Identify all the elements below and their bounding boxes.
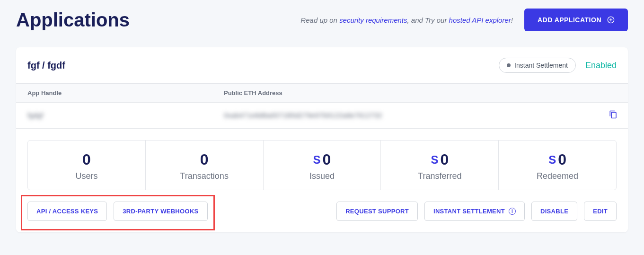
stat-transferred-value: 0 bbox=[440, 151, 449, 168]
col-app-handle: App Handle bbox=[27, 89, 224, 97]
stat-transactions-label: Transactions bbox=[150, 171, 258, 181]
stat-transferred: S0 Transferred bbox=[380, 140, 499, 190]
app-name: fgf / fgdf bbox=[27, 60, 65, 71]
actions-row: API / ACCESS KEYS 3RD-PARTY WEBHOOKS REQ… bbox=[16, 202, 628, 232]
table-row: fgdgf 0xab471e8d8a0071B5d279e97b9122a8e7… bbox=[16, 103, 628, 129]
stat-issued-label: Issued bbox=[268, 171, 376, 181]
stat-redeemed-label: Redeemed bbox=[503, 171, 611, 181]
header-help-text: Read up on security requirements, and Tr… bbox=[300, 16, 513, 24]
eth-address-value: 0xab471e8d8a0071B5d279e97b9122a8e7612732 bbox=[224, 111, 382, 119]
instant-settlement-button[interactable]: INSTANT SETTLEMENT i bbox=[424, 202, 525, 221]
status-dot-icon bbox=[507, 63, 511, 67]
stat-transactions: 0 Transactions bbox=[145, 140, 264, 190]
stat-users-value: 0 bbox=[82, 151, 91, 168]
col-eth-address: Public ETH Address bbox=[224, 89, 617, 97]
stat-issued: S0 Issued bbox=[263, 140, 381, 190]
app-handle-value: fgdgf bbox=[27, 111, 43, 119]
table-header: App Handle Public ETH Address bbox=[16, 84, 628, 103]
instant-settlement-pill[interactable]: Instant Settlement bbox=[499, 58, 576, 73]
security-requirements-link[interactable]: security requirements bbox=[339, 16, 407, 24]
stat-transactions-value: 0 bbox=[200, 151, 209, 168]
request-support-button[interactable]: REQUEST SUPPORT bbox=[336, 202, 418, 221]
api-explorer-link[interactable]: hosted API explorer bbox=[449, 16, 511, 24]
application-card: fgf / fgdf Instant Settlement Enabled Ap… bbox=[16, 47, 628, 232]
stat-users: 0 Users bbox=[27, 140, 146, 190]
copy-icon[interactable] bbox=[609, 110, 618, 121]
edit-button[interactable]: EDIT bbox=[584, 202, 617, 221]
info-icon: i bbox=[509, 208, 516, 215]
header-suffix: ! bbox=[511, 16, 513, 24]
stat-transferred-label: Transferred bbox=[386, 171, 494, 181]
disable-button[interactable]: DISABLE bbox=[531, 202, 577, 221]
webhooks-button[interactable]: 3RD-PARTY WEBHOOKS bbox=[114, 202, 207, 221]
pill-label: Instant Settlement bbox=[514, 62, 568, 69]
stat-redeemed: S0 Redeemed bbox=[498, 140, 617, 190]
stats-row: 0 Users 0 Transactions S0 Issued S0 Tran… bbox=[16, 129, 628, 202]
stat-users-label: Users bbox=[33, 171, 141, 181]
stat-redeemed-value: 0 bbox=[558, 151, 566, 168]
status-badge: Enabled bbox=[585, 61, 617, 70]
stat-issued-prefix: S bbox=[313, 153, 321, 167]
stat-issued-value: 0 bbox=[323, 151, 331, 168]
instant-settlement-label: INSTANT SETTLEMENT bbox=[433, 208, 505, 215]
header-readup-prefix: Read up on bbox=[300, 16, 339, 24]
add-application-button[interactable]: ADD APPLICATION bbox=[524, 9, 628, 31]
page-title: Applications bbox=[16, 9, 130, 31]
plus-circle-icon bbox=[607, 16, 615, 24]
stat-transferred-prefix: S bbox=[431, 153, 438, 167]
add-application-label: ADD APPLICATION bbox=[538, 16, 601, 24]
api-access-keys-button[interactable]: API / ACCESS KEYS bbox=[27, 202, 107, 221]
stat-redeemed-prefix: S bbox=[548, 153, 556, 167]
header-tryout-mid: , and Try our bbox=[407, 16, 449, 24]
